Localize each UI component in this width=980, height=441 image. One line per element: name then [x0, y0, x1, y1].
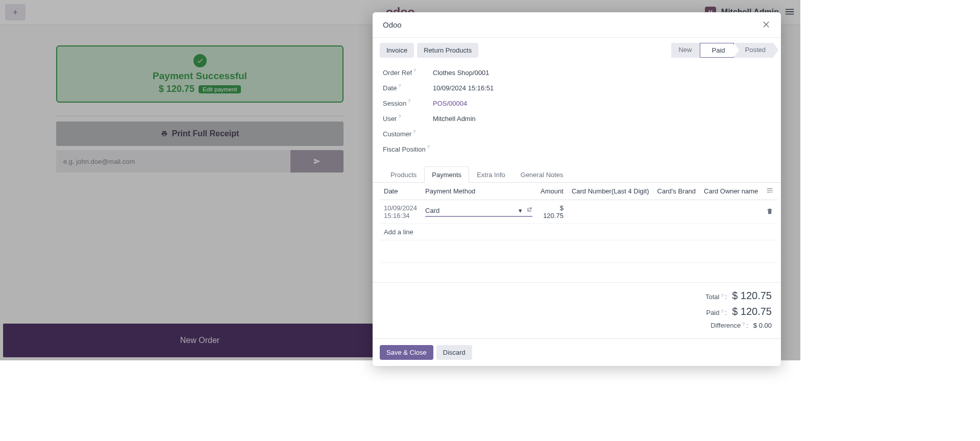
external-link-icon[interactable]: [526, 207, 532, 214]
add-line-label: Add a line: [380, 224, 777, 240]
order-ref-label: Order Ref?: [383, 69, 433, 77]
session-link[interactable]: POS/00004: [433, 100, 467, 107]
status-posted[interactable]: Posted: [734, 43, 774, 58]
date-value: 10/09/2024 15:16:51: [433, 84, 494, 92]
close-icon: [762, 19, 771, 29]
discard-button[interactable]: Discard: [436, 345, 472, 360]
cell-card-number[interactable]: [568, 200, 653, 224]
difference-value: $ 0.00: [753, 322, 772, 329]
order-modal: Odoo Invoice Return Products New Paid Po…: [373, 12, 781, 366]
tab-extra-info[interactable]: Extra Info: [469, 166, 513, 183]
delete-row-icon[interactable]: [766, 208, 773, 215]
cell-cards-brand[interactable]: [653, 200, 700, 224]
col-card-number[interactable]: Card Number(Last 4 Digit): [568, 183, 653, 200]
tab-products[interactable]: Products: [383, 166, 424, 183]
user-value[interactable]: Mitchell Admin: [433, 115, 476, 122]
fiscal-position-label: Fiscal Position?: [383, 145, 433, 153]
status-new[interactable]: New: [671, 43, 700, 58]
col-payment-method[interactable]: Payment Method: [421, 183, 536, 200]
total-value: $ 120.75: [732, 290, 772, 302]
table-row[interactable]: 10/09/2024 15:16:34 Card ▾: [380, 200, 777, 224]
cell-card-owner[interactable]: [700, 200, 762, 224]
col-card-owner[interactable]: Card Owner name: [700, 183, 762, 200]
invoice-button[interactable]: Invoice: [380, 43, 414, 58]
user-label: User?: [383, 115, 433, 122]
dropdown-caret-icon[interactable]: ▾: [519, 207, 522, 214]
session-label: Session?: [383, 100, 433, 107]
paid-value: $ 120.75: [732, 306, 772, 317]
save-close-button[interactable]: Save & Close: [380, 345, 433, 360]
col-amount[interactable]: Amount: [536, 183, 568, 200]
empty-row: [380, 263, 777, 282]
order-ref-value: Clothes Shop/0001: [433, 69, 489, 77]
col-cards-brand[interactable]: Card's Brand: [653, 183, 700, 200]
tab-payments[interactable]: Payments: [424, 166, 469, 183]
return-products-button[interactable]: Return Products: [417, 43, 478, 58]
payment-method-value: Card: [425, 207, 439, 214]
modal-title: Odoo: [383, 20, 402, 29]
empty-row: [380, 240, 777, 263]
cell-date[interactable]: 10/09/2024 15:16:34: [380, 200, 421, 224]
status-bar: New Paid Posted: [671, 43, 774, 58]
add-line-row[interactable]: Add a line: [380, 224, 777, 240]
tab-general-notes[interactable]: General Notes: [513, 166, 571, 183]
paid-label: Paid?:: [706, 309, 727, 316]
payments-table: Date Payment Method Amount Card Number(L…: [380, 183, 777, 282]
status-paid[interactable]: Paid: [700, 43, 733, 58]
date-label: Date?: [383, 84, 433, 92]
tabs: Products Payments Extra Info General Not…: [373, 166, 781, 183]
cell-payment-method[interactable]: Card ▾: [421, 200, 536, 224]
modal-close-button[interactable]: [762, 19, 771, 30]
table-settings-icon[interactable]: [766, 187, 773, 194]
difference-label: Difference?:: [710, 322, 748, 329]
col-date[interactable]: Date: [380, 183, 421, 200]
cell-amount[interactable]: $ 120.75: [536, 200, 568, 224]
total-label: Total?:: [705, 293, 727, 301]
customer-label: Customer?: [383, 130, 433, 138]
